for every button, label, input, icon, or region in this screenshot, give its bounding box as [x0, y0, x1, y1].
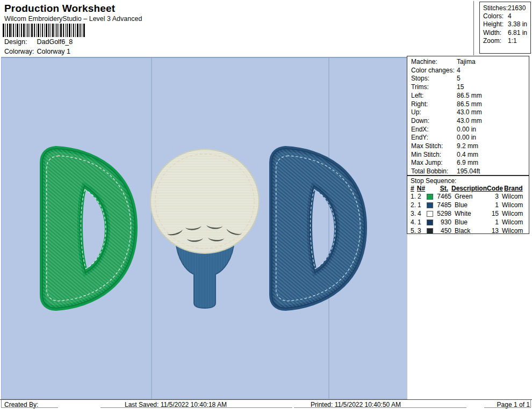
stop-sequence-header: # N# St. Description Code Brand — [411, 185, 526, 192]
info-label: Left: — [411, 92, 457, 100]
stat-row: Colors:4 — [480, 12, 530, 20]
row-st: 450 — [435, 227, 451, 235]
row-st: 930 — [435, 218, 451, 227]
design-label: Design: — [4, 38, 35, 46]
row-brand: Wilcom — [502, 218, 526, 227]
row-brand: Wilcom — [502, 227, 526, 235]
thread-color-swatch — [427, 202, 433, 208]
page-title: Production Worksheet — [4, 3, 115, 14]
row-st: 5298 — [435, 209, 451, 218]
row-num: 2. — [411, 201, 418, 209]
info-label: Stops: — [411, 75, 457, 83]
col-header-brand: Brand — [504, 185, 526, 192]
row-code: 13 — [485, 227, 499, 235]
info-label: Right: — [411, 100, 457, 109]
thread-color-swatch — [427, 194, 433, 200]
stop-sequence-row: 3. 4 5298 White 15 Wilcom — [411, 209, 526, 218]
info-value: 4 — [457, 67, 529, 75]
info-label: Max Jump: — [411, 159, 457, 167]
stat-label: Colors: — [483, 12, 508, 20]
footer-right-tick — [530, 400, 531, 407]
stat-row: Zoom:1:1 — [480, 37, 530, 45]
stat-label: Zoom: — [483, 37, 508, 45]
row-needle: 3 — [418, 227, 427, 235]
row-brand: Wilcom — [502, 201, 526, 209]
row-description: Black — [451, 227, 485, 235]
stat-row: Stitches:21630 — [480, 4, 530, 12]
header-divider-line — [473, 1, 474, 55]
machine-info-row: Color changes:4 — [407, 67, 529, 75]
info-label: Max Stitch: — [411, 142, 457, 151]
stat-row: Width:6.81 in — [480, 29, 530, 37]
col-header-code: Code — [487, 185, 501, 192]
stat-label: Width: — [483, 29, 508, 37]
info-value: 86.5 mm — [457, 92, 529, 100]
machine-info-row: Trims:15 — [407, 83, 529, 92]
machine-info-row: Min Stitch:0.4 mm — [407, 151, 529, 159]
row-brand: Wilcom — [502, 192, 526, 201]
row-needle: 1 — [418, 201, 427, 209]
row-description: Blue — [451, 218, 485, 227]
thread-color-swatch — [427, 220, 433, 225]
colorway-label: Colorway: — [4, 48, 35, 55]
info-value: 0.00 in — [457, 134, 529, 142]
row-code: 1 — [485, 218, 499, 227]
info-label: Total Bobbin: — [411, 167, 457, 176]
footer-left-tick — [1, 400, 2, 407]
col-header-num: # — [411, 185, 417, 192]
machine-info-row: EndX:0.00 in — [407, 126, 529, 134]
barcode — [3, 24, 85, 39]
design-value: DadGolf6_8 — [37, 38, 73, 46]
info-value: 15 — [457, 83, 529, 92]
machine-info-row: Total Bobbin:195.04ft — [407, 167, 529, 176]
hoop-guide-line — [328, 58, 329, 399]
info-value: 0.4 mm — [457, 151, 529, 159]
row-num: 1. — [411, 192, 418, 201]
stat-label: Stitches: — [483, 4, 508, 12]
row-code: 15 — [485, 209, 499, 218]
row-needle: 1 — [418, 218, 427, 227]
footer-underline — [1, 407, 58, 408]
design-stats-panel: Stitches:21630 Colors:4 Height:3.38 in W… — [479, 2, 531, 54]
col-header-description: Description — [448, 185, 487, 192]
info-label: EndX: — [411, 126, 457, 134]
machine-info-row: Max Stitch:9.2 mm — [407, 142, 529, 151]
stop-sequence-panel: Stop Sequence: # N# St. Description Code… — [407, 176, 529, 234]
stop-sequence-row: 1. 2 7465 Green 3 Wilcom — [411, 192, 526, 201]
machine-info-row: Right:86.5 mm — [407, 100, 529, 109]
software-subtitle: Wilcom EmbroideryStudio – Level 3 Advanc… — [4, 15, 142, 23]
info-label: Machine: — [411, 58, 457, 67]
row-brand: Wilcom — [502, 209, 526, 218]
machine-info-row: Left:86.5 mm — [407, 92, 529, 100]
info-value: 5 — [457, 75, 529, 83]
hoop-guide-line — [151, 58, 152, 399]
info-label: Trims: — [411, 83, 457, 92]
design-canvas — [1, 57, 407, 399]
info-value: 9.2 mm — [457, 142, 529, 151]
info-label: Min Stitch: — [411, 151, 457, 159]
row-needle: 4 — [418, 209, 427, 218]
row-st: 7485 — [435, 201, 451, 209]
info-label: EndY: — [411, 134, 457, 142]
col-header-needle: N# — [417, 185, 425, 192]
info-value: 43.0 mm — [457, 108, 529, 117]
stat-label: Height: — [483, 20, 508, 28]
footer-underline — [484, 407, 531, 408]
thread-color-swatch — [427, 228, 433, 234]
row-description: Blue — [451, 201, 485, 209]
footer-underline — [100, 407, 292, 408]
row-description: Green — [451, 192, 485, 201]
machine-info-row: Down:43.0 mm — [407, 117, 529, 126]
machine-info-row: Max Jump:6.9 mm — [407, 159, 529, 167]
stat-value: 6.81 in — [508, 29, 530, 37]
machine-info-row: Stops:5 — [407, 75, 529, 83]
thread-color-swatch — [427, 211, 433, 217]
colorway-row: Colorway: Colorway 1 — [4, 48, 70, 55]
row-num: 5. — [411, 227, 418, 235]
info-label: Color changes: — [411, 67, 457, 75]
info-value: Tajima — [457, 58, 529, 67]
stop-sequence-row: 2. 1 7485 Blue 1 Wilcom — [411, 201, 526, 209]
stat-value: 21630 — [508, 4, 530, 12]
info-label: Up: — [411, 108, 457, 117]
stat-value: 3.38 in — [508, 20, 530, 28]
